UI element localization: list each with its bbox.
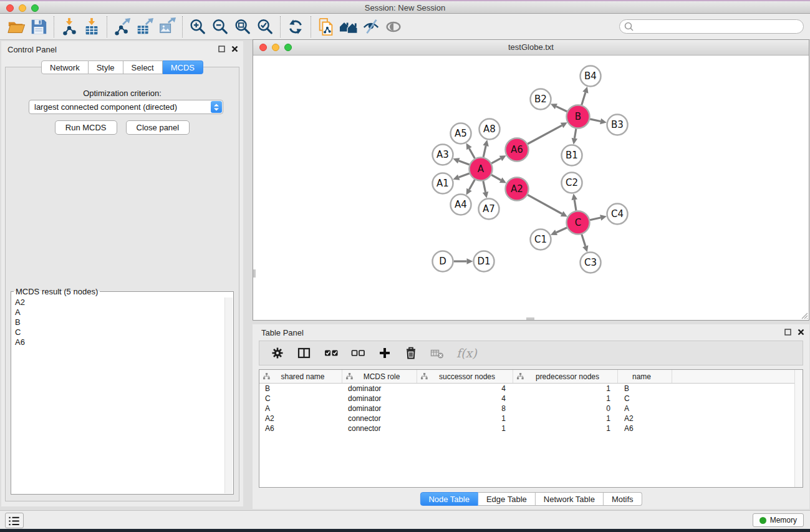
mcds-result-item[interactable]: C	[12, 327, 224, 337]
refresh-button[interactable]	[284, 16, 307, 38]
graph-edge[interactable]	[590, 119, 600, 122]
graph-edge[interactable]	[483, 181, 486, 192]
criterion-dropdown[interactable]: largest connected component (directed)	[29, 100, 223, 114]
tab-network[interactable]: Network	[41, 60, 89, 74]
table-settings-gear-icon[interactable]	[271, 346, 284, 360]
export-table-button[interactable]	[133, 16, 156, 38]
export-image-button[interactable]	[156, 16, 178, 38]
table-cell[interactable]: dominator	[342, 394, 417, 404]
new-network-from-selection-button[interactable]	[315, 16, 337, 38]
show-graphics-button[interactable]	[382, 16, 405, 38]
float-panel-icon[interactable]	[218, 46, 225, 52]
table-cell[interactable]: A2	[259, 414, 342, 423]
save-session-button[interactable]	[27, 16, 50, 38]
mcds-result-item[interactable]: A	[12, 307, 224, 317]
table-cell[interactable]: A6	[259, 423, 342, 433]
graph-edge[interactable]	[528, 125, 562, 144]
table-cell[interactable]: 4	[417, 394, 513, 404]
search-input[interactable]	[634, 21, 803, 32]
tab-mcds[interactable]: MCDS	[163, 60, 203, 74]
network-graph[interactable]: B4B2BB3A8A5A6A3B1AC2A1A2A4A7C4CC1DD1C3	[253, 56, 809, 321]
table-cell[interactable]: 1	[513, 384, 618, 394]
memory-button[interactable]: Memory	[753, 513, 804, 527]
graph-edge[interactable]	[574, 128, 576, 138]
mcds-result-item[interactable]: B	[12, 317, 224, 327]
canvas-horizontal-scrollbar[interactable]	[526, 317, 534, 320]
table-cell[interactable]: 1	[513, 414, 618, 423]
graph-edge[interactable]	[590, 218, 600, 220]
mcds-result-item[interactable]: A2	[12, 297, 224, 307]
zoom-selected-button[interactable]	[254, 16, 276, 38]
table-cell[interactable]: A	[259, 404, 342, 414]
first-neighbors-button[interactable]	[337, 16, 360, 38]
table-cell[interactable]: 1	[417, 414, 513, 423]
tab-style[interactable]: Style	[89, 60, 123, 74]
table-cell[interactable]: 1	[513, 423, 618, 433]
graph-edge[interactable]	[491, 175, 501, 180]
table-cell[interactable]: A2	[618, 414, 672, 423]
unselect-all-columns-icon[interactable]	[351, 346, 365, 360]
table-cell[interactable]: connector	[342, 414, 417, 423]
task-history-button[interactable]	[5, 513, 24, 528]
close-panel-icon[interactable]	[231, 46, 238, 52]
tab-network-table[interactable]: Network Table	[536, 492, 604, 506]
close-panel-button[interactable]: Close panel	[126, 120, 190, 135]
table-cell[interactable]: A6	[618, 423, 672, 433]
search-box[interactable]	[619, 19, 804, 34]
table-row[interactable]: Bdominator41B	[259, 384, 803, 394]
column-header-mcds-role[interactable]: MCDS role	[342, 370, 417, 383]
run-mcds-button[interactable]: Run MCDS	[55, 120, 117, 135]
table-row[interactable]: Cdominator41C	[259, 394, 803, 404]
graph-edge[interactable]	[556, 107, 567, 112]
create-column-plus-icon[interactable]	[378, 346, 392, 360]
split-table-view-icon[interactable]	[297, 346, 312, 360]
mcds-list-scrollbar[interactable]	[224, 297, 233, 493]
window-resize-grip[interactable]	[799, 311, 808, 319]
table-cell[interactable]: connector	[342, 423, 417, 433]
mcds-result-list[interactable]: A2ABCA6	[12, 297, 224, 493]
table-cell[interactable]: 8	[417, 404, 513, 414]
table-cell[interactable]: B	[618, 384, 672, 394]
close-panel-icon[interactable]	[798, 329, 804, 336]
table-cell[interactable]: C	[618, 394, 672, 404]
float-panel-icon[interactable]	[784, 329, 791, 336]
import-table-button[interactable]	[80, 16, 103, 38]
graph-edge[interactable]	[483, 146, 486, 157]
open-session-button[interactable]	[5, 16, 27, 38]
import-network-button[interactable]	[58, 16, 80, 38]
graph-edge[interactable]	[469, 180, 475, 190]
tab-motifs[interactable]: Motifs	[604, 492, 642, 506]
table-cell[interactable]: 4	[417, 384, 513, 394]
table-cell[interactable]: 1	[417, 423, 513, 433]
column-header-name[interactable]: name	[618, 370, 672, 383]
table-cell[interactable]: 0	[513, 404, 618, 414]
table-cell[interactable]: dominator	[342, 404, 417, 414]
column-header-predecessor-nodes[interactable]: predecessor nodes	[513, 370, 618, 383]
column-header-successor-nodes[interactable]: successor nodes	[417, 370, 513, 383]
delete-column-trash-icon[interactable]	[404, 346, 418, 360]
graph-edge[interactable]	[491, 158, 501, 163]
table-cell[interactable]: 1	[513, 394, 618, 404]
tab-edge-table[interactable]: Edge Table	[478, 492, 536, 506]
graph-edge[interactable]	[582, 235, 586, 246]
select-all-columns-icon[interactable]	[324, 346, 339, 360]
column-header-shared-name[interactable]: shared name	[259, 370, 342, 383]
table-row[interactable]: A2connector11A2	[259, 414, 803, 423]
graph-edge[interactable]	[469, 148, 475, 158]
graphics-details-button[interactable]	[360, 16, 382, 38]
table-cell[interactable]: dominator	[342, 384, 417, 394]
table-cell[interactable]: A	[618, 404, 672, 414]
canvas-vertical-scrollbar[interactable]	[253, 269, 256, 278]
table-scrollbar[interactable]	[794, 370, 803, 487]
zoom-out-button[interactable]	[209, 16, 231, 38]
table-row[interactable]: Adominator80A	[259, 404, 803, 414]
network-window-titlebar[interactable]: testGlobe.txt	[253, 40, 809, 56]
graph-edge[interactable]	[556, 228, 567, 233]
tab-node-table[interactable]: Node Table	[420, 492, 478, 506]
export-network-button[interactable]	[111, 16, 133, 38]
graph-edge[interactable]	[459, 173, 470, 177]
zoom-fit-button[interactable]	[231, 16, 254, 38]
tab-select[interactable]: Select	[123, 60, 163, 74]
table-row[interactable]: A6connector11A6	[259, 423, 803, 433]
mcds-result-item[interactable]: A6	[12, 337, 224, 347]
